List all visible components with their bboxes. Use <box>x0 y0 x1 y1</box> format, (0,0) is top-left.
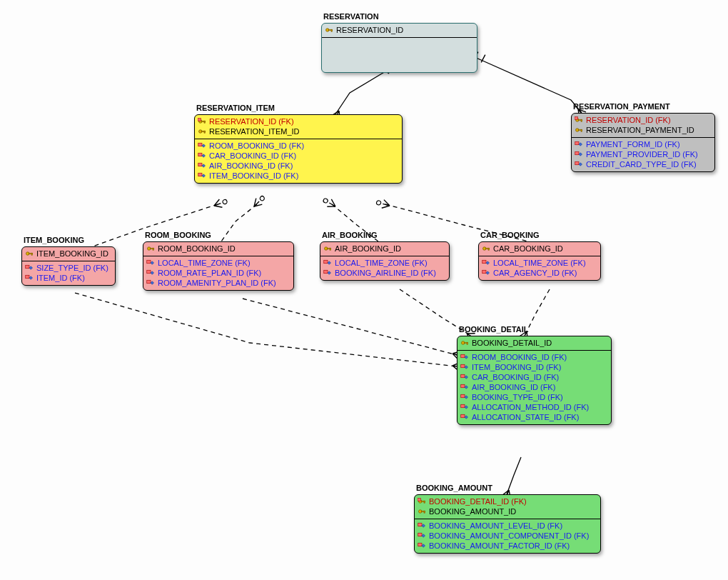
svg-rect-80 <box>461 384 465 388</box>
pk-section: RESERVATION_ID (FK)RESERVATION_PAYMENT_I… <box>572 114 714 137</box>
attr-row: LOCAL_TIME_ZONE (FK) <box>482 258 597 268</box>
attr-row: LOCAL_TIME_ZONE (FK) <box>146 258 290 268</box>
entity-car-booking[interactable]: CAR_BOOKING CAR_BOOKING_ID LOCAL_TIME_ZO… <box>478 241 601 281</box>
svg-rect-55 <box>147 280 151 284</box>
attr-row: LOCAL_TIME_ZONE (FK) <box>323 258 446 268</box>
attr-text: ROOM_BOOKING_ID (FK) <box>472 353 567 361</box>
attr-text: ROOM_RATE_PLAN_ID (FK) <box>158 269 261 277</box>
connector-lines <box>0 0 728 580</box>
entity-air-booking[interactable]: AIR_BOOKING AIR_BOOKING_ID LOCAL_TIME_ZO… <box>320 241 450 281</box>
fk-icon <box>575 150 583 159</box>
attr-row: PAYMENT_PROVIDER_ID (FK) <box>575 149 712 159</box>
entity-reservation[interactable]: RESERVATION RESERVATION_ID <box>321 23 477 73</box>
entity-booking-amount[interactable]: BOOKING_AMOUNT BOOKING_DETAIL_ID (FK)BOO… <box>414 494 601 554</box>
svg-marker-34 <box>202 144 206 148</box>
svg-rect-67 <box>482 260 486 264</box>
pk-section: ROOM_BOOKING_ID <box>143 242 293 256</box>
attr-text: LOCAL_TIME_ZONE (FK) <box>335 259 428 267</box>
attr-row: RESERVATION_ID <box>325 25 474 35</box>
attr-row: ITEM_BOOKING_ID (FK) <box>198 171 399 181</box>
svg-rect-53 <box>147 270 151 274</box>
attr-row: ITEM_ID (FK) <box>25 273 112 283</box>
svg-rect-74 <box>461 354 465 358</box>
svg-rect-50 <box>153 248 154 250</box>
attr-text: ITEM_ID (FK) <box>36 274 85 282</box>
attr-text: BOOKING_AIRLINE_ID (FK) <box>335 269 436 277</box>
attr-text: RESERVATION_ID (FK) <box>209 117 294 126</box>
attr-text: BOOKING_AMOUNT_COMPONENT_ID (FK) <box>429 531 589 540</box>
attr-row: ROOM_BOOKING_ID (FK) <box>198 141 399 151</box>
attr-text: ALLOCATION_METHOD_ID (FK) <box>472 403 589 411</box>
svg-rect-22 <box>575 151 579 155</box>
pk-section: RESERVATION_ID (FK)RESERVATION_ITEM_ID <box>195 115 402 139</box>
entity-reservation-payment[interactable]: RESERVATION_PAYMENT RESERVATION_ID (FK)R… <box>571 113 715 172</box>
entity-booking-detail[interactable]: BOOKING_DETAIL BOOKING_DETAIL_ID ROOM_BO… <box>457 336 612 425</box>
fk-icon <box>460 403 469 411</box>
svg-rect-51 <box>147 260 151 264</box>
pk-icon <box>325 26 333 34</box>
svg-marker-45 <box>29 266 33 270</box>
svg-rect-82 <box>461 394 465 398</box>
entity-title: BOOKING_DETAIL <box>459 325 529 334</box>
pk-section: AIR_BOOKING_ID <box>320 242 449 256</box>
svg-marker-52 <box>151 261 154 265</box>
svg-rect-62 <box>324 270 328 274</box>
fk-icon <box>575 160 583 169</box>
entity-room-booking[interactable]: ROOM_BOOKING ROOM_BOOKING_ID LOCAL_TIME_… <box>143 241 294 291</box>
pkfk-icon <box>575 116 583 124</box>
fk-icon <box>323 269 332 277</box>
svg-rect-97 <box>418 533 422 536</box>
svg-marker-83 <box>465 396 468 399</box>
svg-rect-95 <box>418 523 422 526</box>
svg-point-2 <box>222 199 228 205</box>
entity-reservation-item[interactable]: RESERVATION_ITEM RESERVATION_ID (FK)RESE… <box>194 114 403 184</box>
attr-row: ROOM_AMENITY_PLAN_ID (FK) <box>146 278 290 288</box>
attr-section: LOCAL_TIME_ZONE (FK)CAR_AGENCY_ID (FK) <box>479 256 600 280</box>
attr-text: PAYMENT_FORM_ID (FK) <box>586 140 680 149</box>
fk-icon <box>460 383 469 391</box>
svg-marker-75 <box>465 356 468 359</box>
svg-rect-60 <box>324 260 328 264</box>
fk-icon <box>198 141 206 150</box>
attr-section <box>322 37 477 67</box>
svg-marker-56 <box>151 281 154 285</box>
attr-row: ITEM_BOOKING_ID (FK) <box>460 362 608 372</box>
svg-marker-61 <box>328 261 331 265</box>
attr-text: AIR_BOOKING_ID (FK) <box>209 161 293 170</box>
svg-marker-36 <box>202 154 206 158</box>
svg-rect-94 <box>424 511 425 513</box>
svg-marker-25 <box>579 163 582 166</box>
attr-row: BOOKING_AMOUNT_ID <box>418 506 597 516</box>
attr-row: BOOKING_AMOUNT_LEVEL_ID (FK) <box>418 521 597 531</box>
svg-marker-81 <box>465 386 468 389</box>
attr-row: BOOKING_AIRLINE_ID (FK) <box>323 268 446 278</box>
entity-title: AIR_BOOKING <box>322 231 378 239</box>
attr-text: SIZE_TYPE_ID (FK) <box>36 264 108 272</box>
attr-text: PAYMENT_PROVIDER_ID (FK) <box>586 150 698 159</box>
pk-icon <box>198 127 206 136</box>
svg-marker-77 <box>465 366 468 369</box>
svg-rect-35 <box>198 153 202 156</box>
attr-text: BOOKING_AMOUNT_ID <box>429 507 516 516</box>
attr-row: ITEM_BOOKING_ID <box>25 249 112 259</box>
svg-rect-84 <box>461 404 465 408</box>
svg-marker-23 <box>579 153 582 156</box>
svg-marker-96 <box>422 524 425 528</box>
attr-text: ITEM_BOOKING_ID (FK) <box>472 363 561 371</box>
svg-point-3 <box>259 195 265 201</box>
svg-rect-73 <box>467 342 468 344</box>
fk-icon <box>460 373 469 381</box>
fk-icon <box>198 171 206 180</box>
attr-text: BOOKING_DETAIL_ID (FK) <box>429 497 527 506</box>
attr-text: ITEM_BOOKING_ID <box>36 249 108 258</box>
entity-item-booking[interactable]: ITEM_BOOKING ITEM_BOOKING_ID SIZE_TYPE_I… <box>21 246 116 286</box>
svg-marker-40 <box>202 174 206 178</box>
pk-icon <box>323 244 332 253</box>
fk-icon <box>198 151 206 160</box>
svg-rect-59 <box>330 248 331 250</box>
svg-marker-21 <box>579 143 582 146</box>
svg-marker-85 <box>465 406 468 409</box>
svg-marker-100 <box>422 544 425 548</box>
attr-text: ROOM_BOOKING_ID (FK) <box>209 141 304 150</box>
svg-rect-24 <box>575 161 579 165</box>
